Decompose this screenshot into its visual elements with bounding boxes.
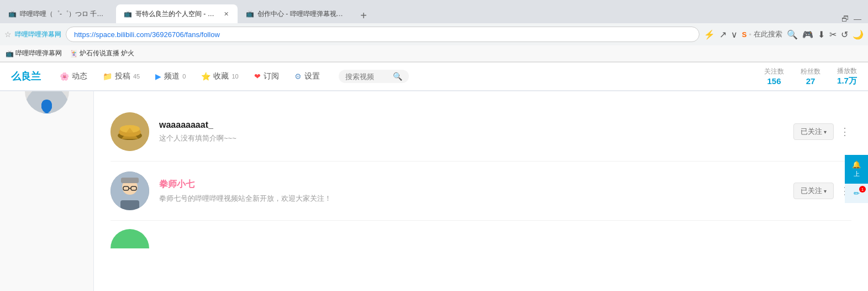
fav-bilibili[interactable]: 📺 哔哩哔哩弹幕网 xyxy=(6,49,62,58)
user2-desc: 拳师七号的哔哩哔哩视频站全新开放，欢迎大家关注！ xyxy=(159,194,783,204)
fav-bilibili-icon: 📺 xyxy=(6,50,14,58)
tab2-close[interactable]: ✕ xyxy=(223,9,230,18)
browser-chrome: 📺 哔哩哔哩（゜-゜）つロ 千杯~-bilibili 📺 哥特么良兰的个人空间 … xyxy=(0,0,868,63)
user2-follow-arrow: ▾ xyxy=(824,188,827,194)
pindao-icon: ▶ xyxy=(155,72,161,81)
user3-partial xyxy=(111,221,851,248)
user2-follow-label: 已关注 xyxy=(801,186,822,196)
bell-icon: 🔔 xyxy=(852,160,861,169)
content-area: 👤 xyxy=(0,91,868,291)
float-badge: 1 xyxy=(859,186,866,193)
nav-stats: 关注数 156 粉丝数 27 播放数 1.7万 xyxy=(764,66,857,86)
fav-bilibili-label: 哔哩哔哩弹幕网 xyxy=(15,49,62,58)
stat-follow-value: 156 xyxy=(767,76,781,86)
minimize-button[interactable]: — xyxy=(854,14,861,23)
nav-item-pindao[interactable]: ▶ 频道 0 xyxy=(148,62,193,91)
user3-partial-avatar xyxy=(111,229,149,248)
nav-item-tougao[interactable]: 📁 投稿 45 xyxy=(95,62,148,91)
nav-search-icon[interactable]: 🔍 xyxy=(393,72,402,81)
download-icon[interactable]: ⬇ xyxy=(818,29,825,40)
dropdown-icon[interactable]: ∨ xyxy=(731,29,738,40)
fav-hearthstone-label: 炉石传说直播 炉⽕ xyxy=(80,49,134,58)
shoucang-badge: 10 xyxy=(232,73,238,80)
user2-name[interactable]: 拳师小七 xyxy=(159,179,783,190)
nav-search-box: 🔍 xyxy=(339,70,409,83)
stat-follow: 关注数 156 xyxy=(764,67,784,86)
user1-more-btn[interactable]: ⋮ xyxy=(838,125,851,138)
tougao-badge: 45 xyxy=(133,73,140,80)
float-edit-btn[interactable]: ✏ 1 xyxy=(845,184,868,203)
lightning-icon: ⚡ xyxy=(704,29,715,40)
scissors-icon[interactable]: ✂ xyxy=(829,29,837,40)
dingyue-label: 订阅 xyxy=(264,71,279,81)
share-icon[interactable]: ↗ xyxy=(719,29,727,40)
favorites-bar: 📺 哔哩哔哩弹幕网 🃏 炉石传说直播 炉⽕ xyxy=(0,45,868,62)
user1-actions: 已关注 ▾ ⋮ xyxy=(793,123,851,140)
addr-right: ⚡ ↗ ∨ S • 在此搜索 🔍 🎮 ⬇ ✂ ↺ 🌙 xyxy=(704,29,864,40)
pindao-badge: 0 xyxy=(182,73,186,80)
window-controls: 🗗 — xyxy=(841,14,868,23)
user1-follow-btn[interactable]: 已关注 ▾ xyxy=(793,123,834,140)
tab1-label: 哔哩哔哩（゜-゜）つロ 千杯~-bilibili xyxy=(20,9,108,19)
dongtai-icon: 🌸 xyxy=(60,72,69,81)
pindao-label: 频道 xyxy=(164,71,180,81)
user-card-waaaa: waaaaaaaat_ 这个人没有填简介啊~~~ 已关注 ▾ ⋮ xyxy=(111,102,851,162)
nav-item-dingyue[interactable]: ❤ 订阅 xyxy=(246,62,287,91)
tab-creation-center[interactable]: 📺 创作中心 - 哔哩哔哩弹幕视频网 - ( xyxy=(238,4,354,23)
float-notification-btn[interactable]: 🔔 上 xyxy=(845,155,868,184)
float-notification-label: 上 xyxy=(854,170,860,178)
stat-play: 播放数 1.7万 xyxy=(837,66,857,86)
user2-actions: 已关注 ▾ ⋮ xyxy=(793,183,851,199)
user2-info: 拳师小七 拳师七号的哔哩哔哩视频站全新开放，欢迎大家关注！ xyxy=(159,179,783,204)
bookmark-star-icon[interactable]: ☆ xyxy=(4,30,12,39)
night-mode-icon[interactable]: 🌙 xyxy=(853,29,864,40)
stat-fans-value: 27 xyxy=(806,76,816,86)
sogou-icon: S xyxy=(742,30,747,39)
fav-hearthstone[interactable]: 🃏 炉石传说直播 炉⽕ xyxy=(70,49,134,58)
user-card-quan: 拳师小七 拳师七号的哔哩哔哩视频站全新开放，欢迎大家关注！ 已关注 ▾ ⋮ xyxy=(111,162,851,221)
stat-fans: 粉丝数 27 xyxy=(801,67,820,86)
user2-follow-btn[interactable]: 已关注 ▾ xyxy=(793,183,834,199)
edit-icon: ✏ xyxy=(854,189,860,198)
user1-name[interactable]: waaaaaaaat_ xyxy=(159,120,783,130)
user1-follow-arrow: ▾ xyxy=(824,129,827,135)
float-sidebar: 🔔 上 ✏ 1 xyxy=(845,155,868,203)
nav-item-dongtai[interactable]: 🌸 动态 xyxy=(52,62,95,91)
refresh-icon[interactable]: ↺ xyxy=(841,29,848,40)
dingyue-icon: ❤ xyxy=(254,72,261,81)
nav-search-input[interactable] xyxy=(345,72,390,81)
tab-user-space[interactable]: 📺 哥特么良兰的个人空间 - 哔哩哔哩（ ✕ xyxy=(116,4,238,23)
tab3-icon: 📺 xyxy=(245,9,254,18)
user1-desc: 这个人没有填简介啊~~~ xyxy=(159,133,783,143)
shezhi-icon: ⚙ xyxy=(294,72,302,81)
tab2-label: 哥特么良兰的个人空间 - 哔哩哔哩（ xyxy=(135,9,218,19)
stat-play-value: 1.7万 xyxy=(837,76,857,86)
user1-avatar[interactable] xyxy=(111,112,149,151)
stat-fans-label: 粉丝数 xyxy=(801,67,820,76)
user2-avatar-img xyxy=(111,172,149,210)
addr-left: ☆ 哔哩哔哩弹幕网 xyxy=(4,30,61,39)
nav-item-shezhi[interactable]: ⚙ 设置 xyxy=(287,62,328,91)
shezhi-label: 设置 xyxy=(304,71,320,81)
tab1-icon: 📺 xyxy=(8,9,17,18)
stat-play-label: 播放数 xyxy=(837,66,857,76)
tab-bilibili-home[interactable]: 📺 哔哩哔哩（゜-゜）つロ 千杯~-bilibili xyxy=(0,4,116,23)
tab2-icon: 📺 xyxy=(124,9,132,18)
nav-item-shoucang[interactable]: ⭐ 收藏 10 xyxy=(193,62,246,91)
address-input[interactable] xyxy=(66,27,699,42)
fav-hearthstone-icon: 🃏 xyxy=(70,50,78,58)
search-label: 在此搜索 xyxy=(754,29,782,39)
tougao-icon: 📁 xyxy=(103,72,112,81)
nav-username[interactable]: 么良兰 xyxy=(11,70,41,83)
user1-avatar-img xyxy=(111,112,149,151)
svg-rect-12 xyxy=(120,200,139,210)
user2-avatar[interactable] xyxy=(111,172,149,210)
shoucang-icon: ⭐ xyxy=(201,72,211,81)
gamepad-icon[interactable]: 🎮 xyxy=(802,29,813,40)
shoucang-label: 收藏 xyxy=(213,71,229,81)
address-bar: ☆ 哔哩哔哩弹幕网 ⚡ ↗ ∨ S • 在此搜索 🔍 🎮 ⬇ ✂ ↺ 🌙 xyxy=(0,23,868,45)
search-icon[interactable]: 🔍 xyxy=(787,29,798,40)
add-tab-button[interactable]: + xyxy=(356,8,371,23)
restore-button[interactable]: 🗗 xyxy=(841,14,849,23)
site-name-label: 哔哩哔哩弹幕网 xyxy=(15,30,61,39)
